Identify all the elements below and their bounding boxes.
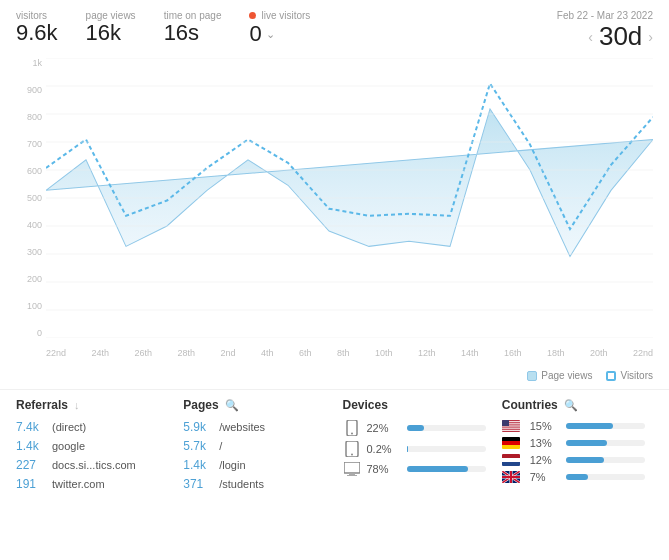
x-axis-label: 12th [418, 348, 436, 368]
countries-search-icon[interactable]: 🔍 [564, 399, 578, 412]
svg-rect-18 [347, 475, 357, 476]
row-label: google [52, 440, 85, 452]
pageviews-legend-icon [527, 371, 537, 381]
y-axis-label: 0 [37, 328, 42, 338]
country-bar-track [566, 474, 645, 480]
x-axis-label: 4th [261, 348, 274, 368]
country-percent: 15% [530, 420, 560, 432]
list-item: 371 /students [183, 477, 326, 491]
row-label: /websites [219, 421, 265, 433]
chart-container: 1k9008007006005004003002001000 [0, 58, 669, 368]
x-axis-label: 2nd [221, 348, 236, 368]
date-range-label: Feb 22 - Mar 23 2022 [557, 10, 653, 21]
referrals-title: Referrals [16, 398, 68, 412]
x-axis-label: 8th [337, 348, 350, 368]
flag-us-icon [502, 420, 520, 432]
referrals-sort-icon[interactable]: ↓ [74, 399, 80, 411]
flag-nl-icon [502, 454, 520, 466]
device-bar-fill [407, 466, 469, 472]
date-period-value: 30d [599, 21, 642, 52]
list-item: 0.2% [343, 441, 486, 457]
list-item: 1.4k /login [183, 458, 326, 472]
x-axis-label: 28th [178, 348, 196, 368]
pages-section: Pages 🔍 5.9k /websites 5.7k / 1.4k /logi… [175, 398, 334, 496]
device-percent: 78% [367, 463, 401, 475]
next-period-button[interactable]: › [648, 29, 653, 45]
devices-header: Devices [343, 398, 486, 412]
svg-rect-24 [502, 428, 520, 429]
pageviews-stat: page views 16k [86, 10, 136, 45]
device-percent: 0.2% [367, 443, 401, 455]
countries-title: Countries [502, 398, 558, 412]
countries-header: Countries 🔍 [502, 398, 645, 412]
svg-rect-28 [502, 441, 520, 445]
row-value: 1.4k [183, 458, 213, 472]
y-axis-label: 600 [27, 166, 42, 176]
row-label: / [219, 440, 222, 452]
svg-rect-26 [502, 420, 509, 426]
list-item: 191 twitter.com [16, 477, 167, 491]
list-item: 13% [502, 437, 645, 449]
visitors-value: 9.6k [16, 21, 58, 45]
pages-search-icon[interactable]: 🔍 [225, 399, 239, 412]
x-axis-label: 16th [504, 348, 522, 368]
x-axis-label: 26th [135, 348, 153, 368]
stats-bar: visitors 9.6k page views 16k time on pag… [0, 0, 669, 58]
svg-point-15 [351, 454, 353, 456]
country-percent: 7% [530, 471, 560, 483]
timeonpage-stat: time on page 16s [164, 10, 222, 45]
prev-period-button[interactable]: ‹ [588, 29, 593, 45]
country-percent: 13% [530, 437, 560, 449]
row-value: 1.4k [16, 439, 46, 453]
x-axis-label: 22nd [46, 348, 66, 368]
countries-section: Countries 🔍 15% 13% 12% 7% [494, 398, 653, 496]
devices-section: Devices 22% 0.2% 78% [335, 398, 494, 496]
list-item: 12% [502, 454, 645, 466]
pages-header: Pages 🔍 [183, 398, 326, 412]
y-axis-label: 900 [27, 85, 42, 95]
flag-de-icon [502, 437, 520, 449]
referrals-header: Referrals ↓ [16, 398, 167, 412]
country-bar-fill [566, 457, 604, 463]
country-bar-track [566, 423, 645, 429]
referrals-section: Referrals ↓ 7.4k (direct) 1.4k google 22… [16, 398, 175, 496]
svg-point-13 [351, 433, 353, 435]
devices-title: Devices [343, 398, 388, 412]
svg-rect-31 [502, 458, 520, 462]
list-item: 227 docs.si...tics.com [16, 458, 167, 472]
svg-rect-25 [502, 430, 520, 431]
y-axis-label: 200 [27, 274, 42, 284]
device-bar-track [407, 446, 486, 452]
device-percent: 22% [367, 422, 401, 434]
list-item: 7% [502, 471, 645, 483]
chart-svg-area [46, 58, 653, 338]
date-period: ‹ 30d › [588, 21, 653, 52]
country-percent: 12% [530, 454, 560, 466]
device-bar-fill [407, 425, 424, 431]
svg-rect-16 [344, 462, 360, 473]
row-label: (direct) [52, 421, 86, 433]
y-axis-label: 300 [27, 247, 42, 257]
visitors-legend-label: Visitors [620, 370, 653, 381]
svg-rect-27 [502, 437, 520, 441]
chevron-down-icon[interactable]: ⌄ [266, 28, 275, 41]
svg-rect-17 [349, 473, 355, 475]
x-axis-label: 24th [92, 348, 110, 368]
row-value: 191 [16, 477, 46, 491]
chart-legend: Page views Visitors [0, 368, 669, 385]
svg-rect-30 [502, 454, 520, 458]
livevisitors-value: 0 ⌄ [249, 21, 310, 47]
device-bar-track [407, 425, 486, 431]
y-axis: 1k9008007006005004003002001000 [16, 58, 46, 338]
svg-rect-23 [502, 426, 520, 427]
livevisitors-label: live visitors [261, 10, 310, 21]
list-item: 5.7k / [183, 439, 326, 453]
svg-rect-29 [502, 445, 520, 449]
live-dot-icon [249, 12, 256, 19]
y-axis-label: 400 [27, 220, 42, 230]
phone-icon [343, 420, 361, 436]
legend-visitors: Visitors [606, 370, 653, 381]
flag-gb-icon [502, 471, 520, 483]
date-range: Feb 22 - Mar 23 2022 ‹ 30d › [557, 10, 653, 52]
y-axis-label: 1k [32, 58, 42, 68]
